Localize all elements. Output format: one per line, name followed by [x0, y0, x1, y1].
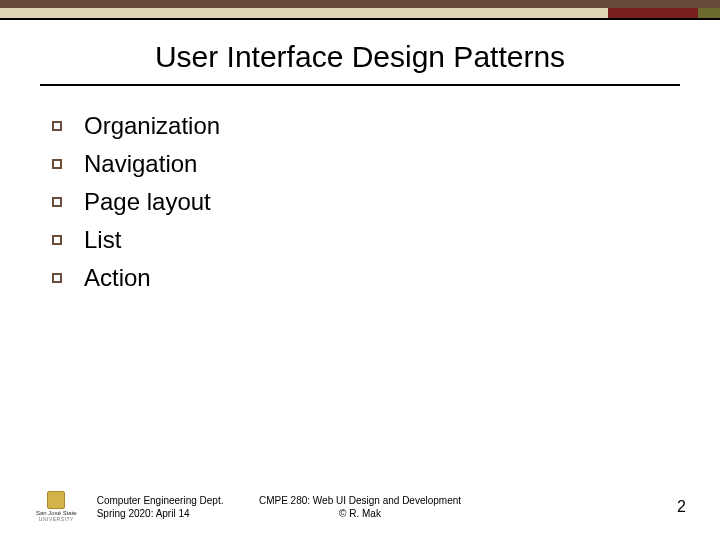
footer-left: Computer Engineering Dept. Spring 2020: … — [97, 494, 224, 520]
list-item-label: List — [84, 226, 121, 254]
footer-center: CMPE 280: Web UI Design and Development … — [259, 494, 461, 520]
logo-subtitle: UNIVERSITY — [39, 516, 74, 522]
list-item-label: Page layout — [84, 188, 211, 216]
accent-beige — [0, 8, 608, 18]
list-item: Page layout — [52, 188, 720, 216]
tower-icon — [47, 491, 65, 509]
university-logo: San José State UNIVERSITY — [36, 491, 77, 522]
page-number: 2 — [677, 498, 686, 516]
footer-term: Spring 2020: April 14 — [97, 507, 224, 520]
accent-row — [0, 8, 720, 20]
list-item-label: Action — [84, 264, 151, 292]
footer-course: CMPE 280: Web UI Design and Development — [259, 494, 461, 507]
top-brown-bar — [0, 0, 720, 8]
square-bullet-icon — [52, 159, 62, 169]
list-item: Organization — [52, 112, 720, 140]
square-bullet-icon — [52, 197, 62, 207]
footer: San José State UNIVERSITY Computer Engin… — [0, 491, 720, 522]
list-item-label: Organization — [84, 112, 220, 140]
footer-copyright: © R. Mak — [259, 507, 461, 520]
square-bullet-icon — [52, 273, 62, 283]
list-item: Navigation — [52, 150, 720, 178]
bullet-list: Organization Navigation Page layout List… — [52, 112, 720, 292]
accent-maroon — [608, 8, 698, 18]
footer-dept: Computer Engineering Dept. — [97, 494, 224, 507]
list-item: List — [52, 226, 720, 254]
accent-olive — [698, 8, 720, 18]
list-item-label: Navigation — [84, 150, 197, 178]
square-bullet-icon — [52, 235, 62, 245]
list-item: Action — [52, 264, 720, 292]
square-bullet-icon — [52, 121, 62, 131]
slide-title: User Interface Design Patterns — [40, 40, 680, 86]
